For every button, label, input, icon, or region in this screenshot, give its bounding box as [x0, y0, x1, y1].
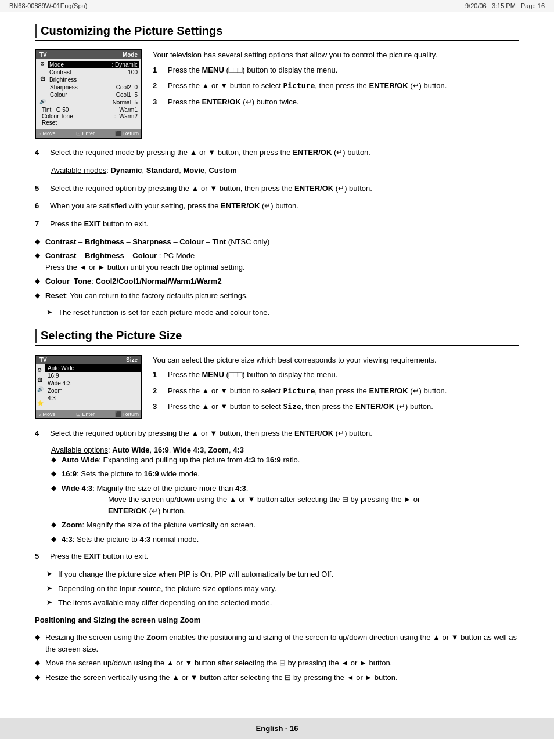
tv-size-4-3: 4:3 [45, 395, 141, 402]
tv-size-footer: ⬦ Move ⊡ Enter ⬛ Return [36, 410, 141, 418]
diamond-item-1: ◆ Contrast – Brightness – Sharpness – Co… [35, 236, 519, 248]
section2-intro-text: You can select the picture size which be… [153, 355, 519, 366]
available-modes: Available modes: Dynamic, Standard, Movi… [51, 165, 519, 177]
tv-row-mode: ⚙ Mode : Dynamic Contrast 100 [38, 61, 139, 76]
size-notes: ➤ If you change the picture size when PI… [35, 569, 519, 609]
section2-intro: TV Size ⚙ 🖼 🔊 ⭐ Auto Wide [35, 355, 519, 419]
size-note-3: ➤ The items available may differ dependi… [35, 597, 519, 609]
size-note-2: ➤ Depending on the input source, the pic… [35, 583, 519, 595]
step-7-para: 7 Press the EXIT button to exit. [35, 218, 519, 230]
diamond-item-4: ◆ Reset: You can return to the factory d… [35, 290, 519, 302]
tv-footer: ⬦ Move ⊡ Enter ⬛ Return [36, 129, 141, 138]
tv-size-auto-wide: Auto Wide [45, 364, 141, 372]
section1-arrow-list: ➤ The reset function is set for each pic… [35, 307, 519, 319]
footer-text: English - 16 [256, 724, 298, 733]
pos-bullet-2: ◆ Move the screen up/down using the ▲ or… [35, 657, 519, 669]
size-step-4-para: 4 Select the required option by pressing… [35, 428, 519, 440]
section1-right-panel: Your television has several setting opti… [153, 49, 519, 139]
header-datetime: 9/20/06 3:15 PM Page 16 [465, 2, 545, 9]
step-6-para: 6 When you are satisfied with your setti… [35, 200, 519, 212]
tv-size-zoom: Zoom [45, 387, 141, 395]
section1-title: Customizing the Picture Settings [35, 24, 519, 41]
section2-steps-123: 1 Press the MENU (□□□) button to display… [153, 369, 519, 413]
tv-bars: Sharpness Cool2 0 Colour Cool1 5 [49, 84, 139, 99]
positioning-title: Positioning and Sizing the screen using … [35, 614, 519, 627]
section1-intro-text: Your television has several setting opti… [153, 49, 519, 61]
section1-steps-123: 1 Press the MENU (□□□) button to display… [153, 64, 519, 108]
tv-row-brightness: 🖼 Brightness [38, 76, 139, 84]
section2-title: Selecting the Picture Size [35, 329, 519, 346]
size-opt-16-9: ◆ 16:9: Sets the picture to 16:9 wide mo… [51, 468, 519, 480]
size-step-3: 3 Press the ▲ or ▼ button to select Size… [153, 401, 519, 413]
size-step-5-para: 5 Press the EXIT button to exit. [35, 551, 519, 563]
pos-bullet-3: ◆ Resize the screen vertically using the… [35, 672, 519, 683]
page-footer: English - 16 [0, 718, 554, 739]
page-wrapper: BN68-00889W-01Eng(Spa) 9/20/06 3:15 PM P… [0, 0, 554, 739]
pos-bullet-1: ◆ Resizing the screen using the Zoom ena… [35, 632, 519, 654]
tv-header: TV Mode [36, 50, 141, 59]
arrow-item-1: ➤ The reset function is set for each pic… [35, 307, 519, 319]
page-content: Customizing the Picture Settings TV Mode… [0, 12, 554, 706]
step-3: 3 Press the ENTER/OK (↵) button twice. [153, 96, 519, 108]
step-4-para: 4 Select the required mode by pressing t… [35, 147, 519, 159]
section1-intro: TV Mode ⚙ Mode : Dynamic Contrast [35, 49, 519, 139]
picture-settings-tv-screen: TV Mode ⚙ Mode : Dynamic Contrast [35, 49, 142, 139]
size-step-1: 1 Press the MENU (□□□) button to display… [153, 369, 519, 381]
picture-size-tv-screen: TV Size ⚙ 🖼 🔊 ⭐ Auto Wide [35, 355, 142, 419]
size-opt-autowide: ◆ Auto Wide: Expanding and pulling up th… [51, 454, 519, 466]
tv-size-wide-4-3: Wide 4:3 [45, 379, 141, 387]
tv-size-16-9: 16:9 [45, 372, 141, 379]
tv-row-sound: 🔊 Normal 5 [38, 99, 139, 106]
tv-size-body: ⚙ 🖼 🔊 ⭐ Auto Wide 16:9 Wide 4:3 Zoom 4:3 [36, 364, 141, 409]
step-1: 1 Press the MENU (□□□) button to display… [153, 64, 519, 76]
step-5-para: 5 Select the required option by pressing… [35, 183, 519, 195]
section1-diamond-list: ◆ Contrast – Brightness – Sharpness – Co… [35, 236, 519, 302]
header-file: BN68-00889W-01Eng(Spa) [9, 2, 87, 9]
size-opt-wide-4-3: ◆ Wide 4:3: Magnify the size of the pict… [51, 483, 519, 517]
diamond-item-2: ◆ Contrast – Brightness – Colour : PC Mo… [35, 250, 519, 273]
tv-body: ⚙ Mode : Dynamic Contrast 100 [36, 59, 141, 128]
positioning-bullets: ◆ Resizing the screen using the Zoom ena… [35, 632, 519, 683]
section2-right-panel: You can select the picture size which be… [153, 355, 519, 419]
size-step-2: 2 Press the ▲ or ▼ button to select Pict… [153, 385, 519, 397]
page-header: BN68-00889W-01Eng(Spa) 9/20/06 3:15 PM P… [0, 0, 554, 12]
section1-note: The reset function is set for each pictu… [58, 307, 269, 319]
tv-size-header: TV Size [36, 356, 141, 364]
size-opt-zoom: ◆ Zoom: Magnify the size of the picture … [51, 519, 519, 531]
size-available-options: Available options: Auto Wide, 16:9, Wide… [51, 446, 519, 454]
diamond-item-3: ◆ Colour Tone: Cool2/Cool1/Normal/Warm1/… [35, 276, 519, 287]
size-option-bullets: ◆ Auto Wide: Expanding and pulling up th… [51, 454, 519, 545]
size-opt-4-3: ◆ 4:3: Sets the picture to 4:3 normal mo… [51, 534, 519, 545]
step-2: 2 Press the ▲ or ▼ button to select Pict… [153, 80, 519, 92]
size-note-1: ➤ If you change the picture size when PI… [35, 569, 519, 580]
